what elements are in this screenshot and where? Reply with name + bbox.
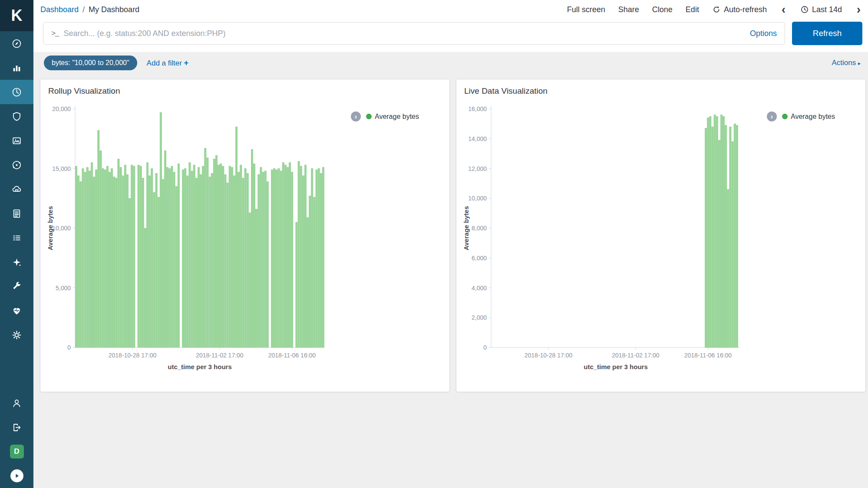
svg-text:15,000: 15,000	[52, 165, 71, 172]
live-data-bar-chart[interactable]: 02,0004,0006,0008,00010,00012,00014,0001…	[461, 102, 743, 375]
svg-text:0: 0	[67, 344, 71, 351]
breadcrumb-dashboard-link[interactable]: Dashboard	[40, 5, 79, 14]
search-box: >_ Options	[43, 22, 785, 45]
series-dot-icon	[782, 114, 788, 119]
gear-icon	[11, 330, 22, 341]
legend-label: Average bytes	[375, 113, 419, 121]
breadcrumb: Dashboard / My Dashboard	[40, 5, 139, 14]
sidebar-item-discover[interactable]	[0, 31, 33, 56]
svg-text:utc_time per 3 hours: utc_time per 3 hours	[584, 363, 648, 370]
series-dot-icon	[366, 114, 372, 119]
legend-label: Average bytes	[791, 113, 835, 121]
sidebar-item-devtools[interactable]	[0, 274, 33, 298]
svg-text:14,000: 14,000	[468, 135, 487, 142]
legend-item-average-bytes[interactable]: Average bytes	[366, 113, 419, 121]
time-range-label: Last 14d	[812, 5, 842, 14]
sidebar-item-account[interactable]	[0, 391, 33, 415]
sidebar-collapse[interactable]	[0, 464, 33, 488]
sidebar-item-logout[interactable]	[0, 415, 33, 439]
bar-chart-icon	[11, 62, 22, 73]
plus-icon: +	[184, 59, 189, 67]
heartbeat-icon	[11, 305, 22, 316]
sidebar-item-management[interactable]	[0, 323, 33, 347]
compass-icon	[11, 38, 22, 49]
console-prompt-icon: >_	[51, 29, 58, 38]
refresh-button[interactable]: Refresh	[792, 22, 862, 45]
svg-text:2018-10-28 17:00: 2018-10-28 17:00	[525, 352, 573, 359]
time-range-picker[interactable]: Last 14d	[800, 5, 842, 14]
wrench-icon	[11, 281, 22, 292]
sidebar-item-maps[interactable]	[0, 128, 33, 153]
svg-text:0: 0	[483, 344, 487, 351]
rollup-legend: › Average bytes	[351, 111, 419, 121]
topbar: Dashboard / My Dashboard Full screen Sha…	[33, 0, 868, 19]
sidebar-item-space[interactable]: D	[0, 439, 33, 464]
sidebar-item-ml[interactable]	[0, 250, 33, 274]
time-back-chevron-icon[interactable]: ‹	[780, 4, 787, 16]
circle-chevron-icon[interactable]: ›	[767, 111, 777, 121]
clone-button[interactable]: Clone	[652, 5, 673, 14]
svg-text:20,000: 20,000	[52, 105, 71, 112]
refresh-cycle-icon	[712, 5, 721, 14]
svg-text:2,000: 2,000	[472, 314, 487, 321]
image-map-icon	[11, 135, 22, 146]
svg-text:2018-11-06 16:00: 2018-11-06 16:00	[684, 352, 732, 359]
legend-item-average-bytes[interactable]: Average bytes	[782, 113, 835, 121]
svg-text:6,000: 6,000	[472, 255, 487, 262]
edit-button[interactable]: Edit	[686, 5, 699, 14]
top-actions: Full screen Share Clone Edit Auto-refres…	[567, 4, 862, 16]
clock-dashboard-icon	[11, 87, 22, 98]
svg-text:2018-11-02 17:00: 2018-11-02 17:00	[196, 352, 244, 359]
search-row: >_ Options Refresh	[33, 19, 868, 52]
svg-text:Average bytes: Average bytes	[462, 206, 470, 250]
panel-title-live-data: Live Data Visualization	[464, 86, 865, 96]
sidebar-item-dashboard[interactable]	[0, 80, 33, 104]
breadcrumb-current: My Dashboard	[89, 5, 139, 14]
svg-text:utc_time per 3 hours: utc_time per 3 hours	[168, 363, 232, 370]
rollup-bar-chart[interactable]: 05,00010,00015,00020,0002018-10-28 17:00…	[45, 102, 327, 375]
svg-text:12,000: 12,000	[468, 165, 487, 172]
sparkles-icon	[11, 257, 22, 268]
full-screen-button[interactable]: Full screen	[567, 5, 605, 14]
sidebar-item-logs[interactable]	[0, 201, 33, 226]
add-filter-link[interactable]: Add a filter +	[147, 59, 189, 68]
svg-text:16,000: 16,000	[468, 105, 487, 112]
auto-refresh-button[interactable]: Auto-refresh	[712, 5, 767, 14]
clock-icon	[800, 5, 809, 14]
sidebar: K	[0, 0, 33, 488]
svg-text:2018-11-06 16:00: 2018-11-06 16:00	[268, 352, 316, 359]
svg-text:2018-11-02 17:00: 2018-11-02 17:00	[612, 352, 660, 359]
options-link[interactable]: Options	[750, 29, 777, 38]
app-root: K	[0, 0, 868, 488]
sidebar-item-infrastructure[interactable]	[0, 226, 33, 250]
sidebar-item-apm[interactable]	[0, 153, 33, 177]
circle-chevron-icon[interactable]: ›	[351, 111, 361, 121]
kibana-logo[interactable]: K	[0, 0, 33, 31]
shield-icon	[11, 111, 22, 122]
list-icon	[11, 233, 22, 243]
svg-text:5,000: 5,000	[56, 285, 71, 291]
user-icon	[11, 398, 22, 409]
sidebar-item-visualize[interactable]	[0, 56, 33, 80]
orbit-icon	[11, 160, 22, 170]
cloud-icon	[11, 184, 22, 195]
filter-actions-link[interactable]: Actions ▸	[832, 59, 861, 67]
space-avatar: D	[10, 445, 24, 459]
header-block: Dashboard / My Dashboard Full screen Sha…	[33, 0, 868, 52]
play-collapse-icon	[10, 469, 23, 482]
rollup-panel: Rollup Visualization 05,00010,00015,0002…	[40, 79, 450, 392]
document-icon	[11, 208, 22, 219]
time-forward-chevron-icon[interactable]: ›	[855, 4, 862, 16]
breadcrumb-separator: /	[83, 5, 85, 14]
svg-text:10,000: 10,000	[468, 195, 487, 202]
live-data-legend: › Average bytes	[767, 111, 835, 121]
sidebar-item-monitoring[interactable]	[0, 298, 33, 323]
filter-pill[interactable]: bytes: "10,000 to 20,000"	[44, 56, 137, 70]
live-data-panel: Live Data Visualization 02,0004,0006,000…	[456, 79, 866, 392]
sidebar-item-cloud[interactable]	[0, 177, 33, 201]
exit-icon	[11, 422, 22, 433]
search-input[interactable]	[63, 29, 745, 38]
share-button[interactable]: Share	[618, 5, 639, 14]
filter-row: bytes: "10,000 to 20,000" Add a filter +…	[33, 52, 868, 70]
sidebar-item-security[interactable]	[0, 104, 33, 128]
